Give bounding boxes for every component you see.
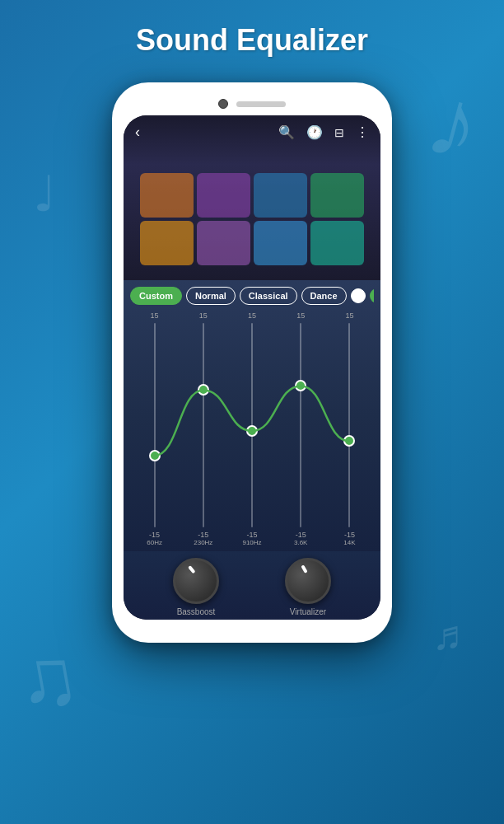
dj-pad — [254, 173, 307, 218]
eq-sliders-area: 15-1560Hz15-15230Hz15-15910Hz15-153.6K15… — [130, 311, 374, 546]
slider-freq-label: 14K — [343, 539, 355, 546]
bassboost-section: Bassboost — [173, 558, 219, 616]
slider-track[interactable] — [300, 323, 301, 527]
slider-thumb[interactable] — [295, 380, 306, 391]
slider-column-2: 15-15910Hz — [227, 311, 276, 546]
preset-row: Custom Normal Classical Dance — [130, 287, 374, 305]
slider-track-wrapper — [277, 323, 325, 527]
virtualizer-label: Virtualizer — [290, 607, 326, 616]
slider-track-wrapper — [179, 323, 227, 527]
slider-bottom-labels: -153.6K — [294, 531, 307, 546]
search-icon[interactable]: 🔍 — [278, 124, 295, 140]
phone-camera — [218, 99, 228, 109]
slider-top-val: 15 — [199, 311, 208, 320]
phone-notch — [124, 94, 380, 115]
slider-top-val: 15 — [296, 311, 305, 320]
slider-bottom-labels: -1560Hz — [147, 531, 162, 546]
deco-note-1: ♪ — [416, 62, 493, 185]
dj-pad — [310, 221, 364, 265]
slider-top-val: 15 — [151, 311, 159, 320]
eq-toggle[interactable] — [370, 288, 374, 303]
slider-bottom-val: -15 — [149, 531, 160, 539]
slider-column-3: 15-153.6K — [277, 311, 325, 546]
history-icon[interactable]: 🕐 — [306, 124, 323, 140]
page-title: Sound Equalizer — [0, 0, 504, 58]
slider-freq-label: 60Hz — [147, 539, 162, 546]
slider-freq-label: 3.6K — [294, 539, 307, 546]
virtualizer-section: Virtualizer — [285, 558, 331, 616]
slider-bottom-val: -15 — [296, 531, 306, 539]
slider-track-wrapper — [130, 323, 179, 527]
back-button[interactable]: ‹ — [135, 124, 140, 141]
slider-column-0: 15-1560Hz — [130, 311, 179, 546]
preset-classical[interactable]: Classical — [240, 287, 297, 305]
eq-section: Custom Normal Classical Dance 15-1560Hz1… — [124, 280, 380, 551]
bassboost-knob[interactable] — [173, 558, 219, 604]
slider-top-val: 15 — [248, 311, 256, 320]
phone-speaker — [236, 101, 286, 107]
slider-track-wrapper — [325, 323, 374, 527]
slider-bottom-val: -15 — [198, 531, 208, 539]
slider-track-wrapper — [227, 323, 276, 527]
bassboost-label: Bassboost — [177, 607, 216, 616]
slider-track[interactable] — [203, 323, 204, 527]
slider-freq-label: 230Hz — [194, 539, 212, 546]
slider-thumb[interactable] — [149, 450, 161, 461]
deco-note-4: ♬ — [432, 611, 464, 659]
knobs-row: Bassboost Virtualizer — [124, 551, 380, 620]
slider-thumb[interactable] — [343, 435, 355, 447]
slider-track[interactable] — [154, 323, 156, 527]
slider-bottom-labels: -1514K — [343, 531, 355, 546]
dj-pad — [197, 221, 250, 265]
slider-bottom-labels: -15230Hz — [194, 531, 212, 546]
phone-screen: ‹ 🔍 🕐 ⊟ ⋮ Custom Normal Classical — [124, 115, 380, 620]
dj-pad — [254, 221, 307, 265]
mixer-icon[interactable]: ⊟ — [334, 126, 344, 139]
dj-pad — [140, 221, 194, 265]
slider-top-val: 15 — [345, 311, 353, 320]
virtualizer-knob[interactable] — [285, 558, 331, 604]
dj-pad — [310, 173, 364, 218]
slider-freq-label: 910Hz — [242, 539, 261, 546]
slider-track[interactable] — [251, 323, 253, 527]
slider-bottom-val: -15 — [246, 531, 257, 539]
phone-wrapper: ‹ 🔍 🕐 ⊟ ⋮ Custom Normal Classical — [112, 82, 392, 643]
screen-topbar: ‹ 🔍 🕐 ⊟ ⋮ — [124, 115, 380, 146]
partial-circle — [351, 288, 366, 303]
more-icon[interactable]: ⋮ — [356, 124, 369, 140]
preset-dance[interactable]: Dance — [301, 287, 347, 305]
slider-thumb[interactable] — [198, 384, 209, 396]
preset-normal[interactable]: Normal — [186, 287, 236, 305]
phone-shell: ‹ 🔍 🕐 ⊟ ⋮ Custom Normal Classical — [112, 82, 392, 643]
slider-thumb[interactable] — [246, 425, 258, 437]
topbar-icons: 🔍 🕐 ⊟ ⋮ — [278, 124, 369, 140]
preset-custom[interactable]: Custom — [130, 287, 182, 305]
dj-pad-grid — [124, 165, 380, 280]
dj-pad — [140, 173, 194, 218]
dj-pad — [197, 173, 250, 218]
slider-bottom-val: -15 — [344, 531, 355, 539]
slider-column-4: 15-1514K — [325, 311, 374, 546]
slider-track[interactable] — [348, 323, 350, 527]
slider-bottom-labels: -15910Hz — [242, 531, 261, 546]
sliders-container: 15-1560Hz15-15230Hz15-15910Hz15-153.6K15… — [130, 311, 374, 546]
deco-note-3: ♩ — [33, 165, 56, 222]
slider-column-1: 15-15230Hz — [179, 311, 227, 546]
deco-note-2: ♫ — [9, 625, 86, 729]
